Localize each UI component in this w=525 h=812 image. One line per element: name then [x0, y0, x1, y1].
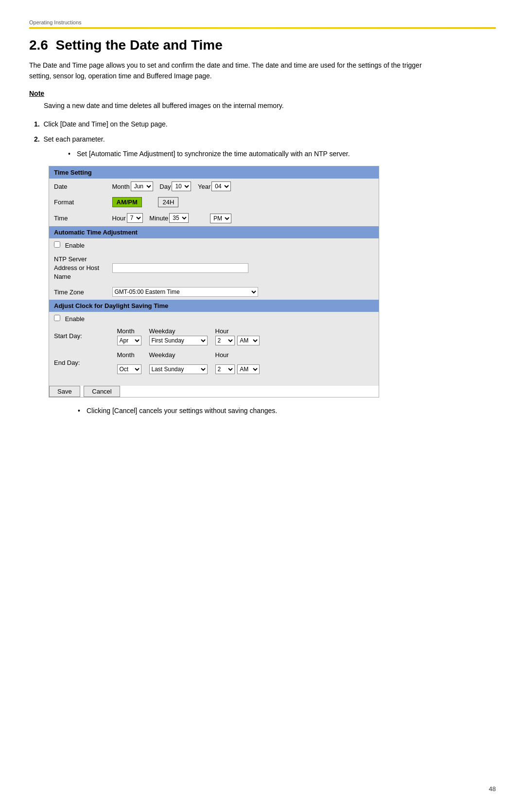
daylight-enable-label: Enable: [65, 315, 85, 323]
time-row: Time Hour 7 Minute 35 PM AM: [49, 210, 379, 226]
end-day-label: End Day:: [49, 345, 107, 380]
spacer-row: [49, 380, 379, 386]
ntp-input[interactable]: [112, 263, 248, 273]
ampm-button[interactable]: AM/PM: [112, 197, 142, 207]
auto-time-header-row: Automatic Time Adjustment: [49, 226, 379, 238]
minute-field: Minute 35: [149, 213, 189, 223]
auto-enable-row: Enable: [49, 238, 379, 252]
step-1-text: Click [Date and Time] on the Setup page.: [43, 120, 167, 128]
date-label: Date: [49, 179, 107, 194]
start-day-headers: Month Weekday Hour Apr JanFebMar MayJunJ…: [107, 325, 379, 345]
start-hour-cell: 2 AM PM: [210, 335, 265, 345]
section-heading: Setting the Date and Time: [56, 37, 223, 53]
end-month-cell: Oct JanFebMar AprMayJun JulAugSep NovDec: [112, 361, 144, 377]
date-year-field: Year 04: [198, 181, 231, 191]
end-values-row: Oct JanFebMar AprMayJun JulAugSep NovDec…: [112, 361, 265, 377]
step-1-num: 1.: [34, 120, 40, 128]
steps: 1. Click [Date and Time] on the Setup pa…: [34, 119, 496, 159]
time-value-cell: Hour 7 Minute 35 PM AM: [107, 210, 379, 226]
start-hour-select[interactable]: 2: [215, 336, 235, 345]
daylight-header: Adjust Clock for Daylight Saving Time: [49, 300, 379, 312]
sub-bullet-ntp: Set [Automatic Time Adjustment] to synch…: [77, 148, 496, 159]
start-values-row: Apr JanFebMar MayJunJul AugSepOct NovDec…: [112, 335, 265, 345]
day-label: Day: [159, 183, 171, 190]
start-weekday-cell: First Sunday Last Sunday: [144, 335, 210, 345]
end-hour-header-cell: Hour: [210, 348, 265, 361]
start-day-label: Start Day:: [49, 325, 107, 345]
year-label: Year: [198, 183, 210, 190]
daylight-header-row: Adjust Clock for Daylight Saving Time: [49, 300, 379, 312]
24h-button[interactable]: 24H: [158, 197, 178, 207]
step-2-text: Set each parameter.: [43, 135, 105, 143]
ntp-row: NTP Server Address or Host Name: [49, 252, 379, 285]
breadcrumb: Operating Instructions: [29, 19, 496, 25]
time-setting-header-row: Time Setting: [49, 166, 379, 179]
start-month-cell: Apr JanFebMar MayJunJul AugSepOct NovDec: [112, 335, 144, 345]
settings-table: Time Setting Date Month Jun Day 10 Year …: [49, 166, 379, 397]
start-month-header: Month: [112, 326, 144, 335]
day-select[interactable]: 10: [172, 181, 191, 191]
spacer-cell: [49, 380, 379, 386]
note-title: Note: [29, 90, 496, 97]
minute-label: Minute: [149, 215, 168, 222]
page-number: 48: [489, 785, 496, 793]
step-2-num: 2.: [34, 135, 40, 143]
end-month-header: Month: [112, 348, 144, 361]
start-month-select[interactable]: Apr JanFebMar MayJunJul AugSepOct NovDec: [117, 336, 141, 345]
ntp-value-cell: [107, 252, 379, 285]
auto-enable-checkbox[interactable]: [54, 241, 60, 248]
end-day-row: End Day: Month Weekday Hour Oct JanFebMa…: [49, 345, 379, 380]
auto-enable-label: Enable: [65, 242, 85, 249]
end-ampm-select[interactable]: AM PM: [237, 364, 260, 374]
end-day-cell: Month Weekday Hour Oct JanFebMar AprMayJ…: [107, 345, 379, 380]
accent-line: [29, 27, 496, 29]
end-hour-select[interactable]: 2: [215, 364, 235, 374]
hour-label: Hour: [112, 215, 126, 222]
year-select[interactable]: 04: [211, 181, 231, 191]
start-headers-row: Month Weekday Hour: [112, 326, 265, 335]
start-ampm-select[interactable]: AM PM: [237, 336, 260, 345]
timezone-select[interactable]: GMT-05:00 Eastern Time: [112, 287, 258, 297]
format-value-cell: AM/PM 24H: [107, 194, 379, 210]
date-day-field: Day 10: [159, 181, 191, 191]
daylight-enable-checkbox[interactable]: [54, 315, 60, 321]
month-label: Month: [112, 183, 130, 190]
end-month-select[interactable]: Oct JanFebMar AprMayJun JulAugSep NovDec: [117, 364, 141, 374]
bottom-bullet: Clicking [Cancel] cancels your settings …: [87, 405, 496, 416]
date-row: Date Month Jun Day 10 Year 04: [49, 179, 379, 194]
timezone-label: Time Zone: [49, 284, 107, 300]
start-weekday-select[interactable]: First Sunday Last Sunday: [149, 336, 208, 345]
daylight-enable-cell: Enable: [49, 312, 379, 325]
section-title: 2.6 Setting the Date and Time: [29, 37, 496, 53]
save-button[interactable]: Save: [49, 386, 80, 397]
timezone-value-cell: GMT-05:00 Eastern Time: [107, 284, 379, 300]
intro-text: The Date and Time page allows you to set…: [29, 60, 428, 82]
time-label: Time: [49, 210, 107, 226]
start-day-header-row: Start Day: Month Weekday Hour Apr JanFeb…: [49, 325, 379, 345]
end-weekday-cell: Last Sunday First Sunday: [144, 361, 210, 377]
hour-select[interactable]: 7: [127, 213, 143, 223]
time-ampm-select[interactable]: PM AM: [210, 214, 231, 223]
date-month-field: Month Jun: [112, 181, 153, 191]
start-hour-header-cell: Hour: [210, 326, 265, 335]
note-section: Note Saving a new date and time deletes …: [29, 90, 496, 111]
date-value-cell: Month Jun Day 10 Year 04: [107, 179, 379, 194]
end-weekday-header: Weekday: [144, 348, 210, 361]
month-select[interactable]: Jun: [131, 181, 153, 191]
ampm-field: PM AM: [210, 214, 231, 223]
minute-select[interactable]: 35: [169, 213, 189, 223]
start-weekday-header: Weekday: [144, 326, 210, 335]
auto-enable-cell: Enable: [49, 238, 379, 252]
end-headers-row: Month Weekday Hour: [112, 348, 265, 361]
timezone-row: Time Zone GMT-05:00 Eastern Time: [49, 284, 379, 300]
end-weekday-select[interactable]: Last Sunday First Sunday: [149, 364, 208, 374]
time-setting-header: Time Setting: [49, 166, 379, 179]
ntp-label: NTP Server Address or Host Name: [49, 252, 107, 285]
cancel-button[interactable]: Cancel: [84, 386, 120, 397]
daylight-enable-row: Enable: [49, 312, 379, 325]
hour-field: Hour 7: [112, 213, 143, 223]
footer-row: Save Cancel: [49, 386, 379, 397]
end-day-table: Month Weekday Hour Oct JanFebMar AprMayJ…: [112, 348, 265, 377]
step-2: 2. Set each parameter.: [34, 134, 496, 144]
auto-time-header: Automatic Time Adjustment: [49, 226, 379, 238]
